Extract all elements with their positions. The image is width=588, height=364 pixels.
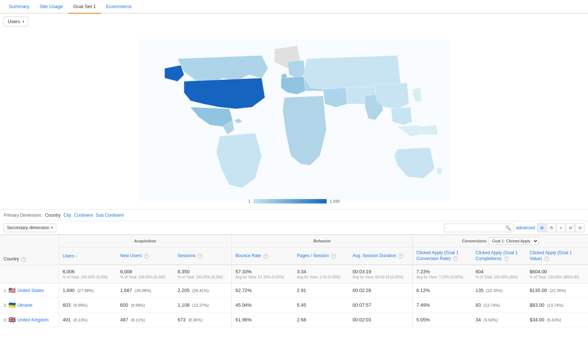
pages-session-col-label[interactable]: Pages / Session ? bbox=[297, 253, 345, 258]
goal-select[interactable]: Goal 1: Clicked Apply bbox=[489, 237, 539, 245]
row-2-sessions: 1,108 bbox=[178, 302, 190, 308]
total-avg-session: 00:03:19 bbox=[352, 269, 409, 274]
row-1-new-users-pct: (28.08%) bbox=[135, 288, 151, 293]
row-3-sessions-pct: (8.06%) bbox=[188, 318, 202, 322]
row-3-value: $34.00 bbox=[530, 317, 544, 322]
view-icon-pivot[interactable]: ⊟ bbox=[576, 223, 584, 232]
row-3-rank: 3. bbox=[4, 318, 7, 322]
dim-continent[interactable]: Continent bbox=[74, 213, 93, 218]
users-col-header: Users ↓ bbox=[59, 247, 116, 265]
world-map[interactable] bbox=[129, 39, 459, 201]
avg-session-help-icon[interactable]: ? bbox=[398, 254, 403, 259]
pages-help-icon[interactable]: ? bbox=[331, 254, 336, 259]
completions-col-label[interactable]: Clicked Apply (Goal 1 Completions) ? bbox=[476, 250, 522, 262]
row-1-completions-pct: (22.35%) bbox=[486, 288, 503, 293]
value-col-label[interactable]: Clicked Apply (Goal 1 Value) ? bbox=[530, 250, 584, 262]
row-2-bounce-rate: 45.94% bbox=[236, 302, 252, 308]
toolbar: Secondary dimension ▾ 🔍 advanced ⊞ ◔ ≡ ⇄… bbox=[0, 221, 588, 235]
row-2-users-pct: (9.99%) bbox=[74, 303, 88, 307]
row-3-sessions: 673 bbox=[178, 317, 186, 322]
primary-dim-label: Primary Dimension: bbox=[4, 213, 42, 218]
row-3-completions: 34 bbox=[476, 317, 481, 322]
toolbar-right: 🔍 advanced ⊞ ◔ ≡ ⇄ ⊟ bbox=[444, 223, 584, 232]
users-dropdown-arrow: ▾ bbox=[22, 19, 24, 24]
table-wrapper: Country ? Acquisition Behavior Conversio… bbox=[0, 235, 588, 327]
country-help-icon[interactable]: ? bbox=[21, 257, 26, 262]
totals-row: 6,006 % of Total: 100.00% (6,006) 6,008 … bbox=[0, 265, 588, 283]
total-value: $604.00 bbox=[530, 269, 584, 274]
primary-dimension-bar: Primary Dimension: Country City Continen… bbox=[0, 209, 588, 221]
row-1-bounce-rate: 62.72% bbox=[236, 288, 252, 293]
total-bounce-rate: 57.33% bbox=[236, 269, 290, 274]
row-3-conv-rate: 5.05% bbox=[416, 317, 430, 322]
row-3-value-pct: (5.63%) bbox=[547, 318, 561, 322]
secondary-dim-arrow: ▾ bbox=[51, 226, 53, 230]
row-2-country[interactable]: Ukraine bbox=[17, 303, 32, 308]
row-3-bounce-rate: 61.96% bbox=[236, 317, 252, 322]
completions-help-icon[interactable]: ? bbox=[504, 256, 509, 261]
users-col-label[interactable]: Users ↓ bbox=[63, 253, 113, 259]
row-3-users-pct: (8.13%) bbox=[74, 318, 88, 322]
total-value-pct: % of Total: 100.00% ($604.00) bbox=[530, 275, 584, 279]
value-col-header: Clicked Apply (Goal 1 Value) ? bbox=[526, 247, 588, 265]
tab-site-usage[interactable]: Site Usage bbox=[35, 0, 68, 14]
search-input[interactable] bbox=[447, 225, 505, 230]
tab-goal-set-1[interactable]: Goal Set 1 bbox=[68, 0, 101, 14]
secondary-dim-label: Secondary dimension bbox=[7, 225, 49, 230]
sort-down-icon: ↓ bbox=[75, 254, 77, 258]
row-1-value-pct: (22.35%) bbox=[550, 288, 566, 293]
total-pages-session: 3.34 bbox=[297, 269, 345, 274]
total-conv-rate: 7.23% bbox=[416, 269, 468, 274]
conv-rate-col-label[interactable]: Clicked Apply (Goal 1 Conversion Rate) ? bbox=[416, 250, 468, 262]
row-2-value-pct: (13.74%) bbox=[547, 303, 563, 307]
legend-bar bbox=[253, 199, 327, 203]
legend-max: 1,690 bbox=[330, 199, 340, 203]
tab-summary[interactable]: Summary bbox=[4, 0, 35, 14]
row-1-sessions: 2,205 bbox=[178, 288, 190, 293]
total-conv-sub: Avg for View: 7.23% (0.00%) bbox=[416, 275, 468, 279]
country-col-header: Country ? bbox=[0, 235, 59, 265]
view-icon-grid[interactable]: ⊞ bbox=[537, 223, 546, 232]
total-pages-sub: Avg for View: 3.34 (0.00%) bbox=[297, 275, 345, 279]
total-new-users-pct: % of Total: 100.05% (6,005) bbox=[120, 275, 170, 279]
row-2-new-users-pct: (9.99%) bbox=[131, 303, 145, 307]
row-2-pages-session: 5.45 bbox=[297, 302, 306, 308]
row-1-users-pct: (27.98%) bbox=[77, 288, 94, 293]
dim-country[interactable]: Country bbox=[45, 213, 61, 218]
advanced-link[interactable]: advanced bbox=[516, 225, 535, 230]
row-2-users: 603 bbox=[63, 302, 71, 308]
row-1-completions: 135 bbox=[476, 288, 484, 293]
row-2-rank: 2. bbox=[4, 303, 7, 307]
dim-city[interactable]: City bbox=[64, 213, 71, 218]
bounce-rate-col-label[interactable]: Bounce Rate ? bbox=[236, 253, 290, 258]
total-sessions-pct: % of Total: 100.00% (8,350) bbox=[178, 275, 227, 279]
new-users-help-icon[interactable]: ? bbox=[144, 254, 149, 259]
new-users-col-label[interactable]: New Users ? bbox=[120, 253, 170, 258]
row-1-country[interactable]: United States bbox=[17, 288, 44, 293]
row-1-rank: 1. bbox=[4, 288, 7, 293]
value-help-icon[interactable]: ? bbox=[544, 256, 549, 261]
view-icon-compare[interactable]: ⇄ bbox=[566, 223, 575, 232]
row-1-avg-session: 00:02:28 bbox=[352, 288, 371, 293]
dim-sub-continent[interactable]: Sub Continent bbox=[96, 213, 124, 218]
avg-session-col-label[interactable]: Avg. Session Duration ? bbox=[352, 253, 409, 258]
conv-rate-help-icon[interactable]: ? bbox=[453, 256, 458, 261]
users-dropdown-button[interactable]: Users ▾ bbox=[4, 17, 28, 26]
bounce-help-icon[interactable]: ? bbox=[263, 254, 268, 259]
row-3-country[interactable]: United Kingdom bbox=[17, 317, 49, 322]
tab-ecommerce[interactable]: Ecommerce bbox=[101, 0, 137, 14]
row-1-flag: 🇺🇸 bbox=[8, 287, 16, 294]
row-3-users: 491 bbox=[63, 317, 71, 322]
table-row: 1. 🇺🇸 United States 1,690 (27.98%) 1,687… bbox=[0, 283, 588, 298]
total-sessions: 8,350 bbox=[178, 269, 227, 274]
sessions-col-label[interactable]: Sessions ? bbox=[178, 253, 227, 258]
new-users-col-header: New Users ? bbox=[116, 247, 174, 265]
search-icon[interactable]: 🔍 bbox=[505, 225, 511, 231]
view-icon-pie[interactable]: ◔ bbox=[547, 223, 556, 232]
secondary-dimension-button[interactable]: Secondary dimension ▾ bbox=[4, 223, 56, 232]
total-new-users: 6,008 bbox=[120, 269, 170, 274]
view-icon-list[interactable]: ≡ bbox=[556, 223, 565, 232]
sessions-help-icon[interactable]: ? bbox=[198, 254, 202, 259]
acquisition-section-header: Acquisition bbox=[59, 235, 232, 247]
total-bounce-sub: Avg for View: 57.33% (0.00%) bbox=[236, 275, 290, 279]
